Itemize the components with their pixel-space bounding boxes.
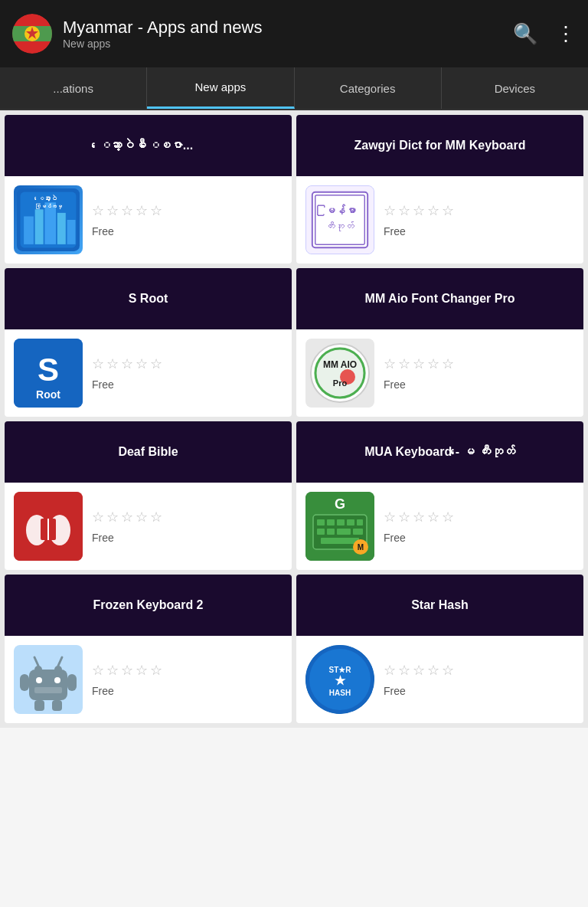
rating-stars: ☆ ☆ ☆ ☆ ☆ [384, 509, 454, 526]
rating-stars: ☆ ☆ ☆ ☆ ☆ [384, 355, 454, 372]
list-item[interactable]: Deaf Bible ☆ ☆ ☆ ☆ [5, 421, 292, 570]
svg-rect-43 [353, 529, 363, 535]
svg-text:★: ★ [335, 674, 346, 687]
svg-rect-40 [317, 529, 325, 535]
app-icon [14, 645, 83, 714]
svg-rect-35 [317, 519, 325, 526]
svg-rect-44 [321, 538, 359, 544]
app-title: ေဆာ့ဝဲမီ ေၿဇာ... [103, 138, 193, 154]
app-card-body: MM AIO Pro ☆ ☆ ☆ ☆ ☆ Free [296, 329, 583, 417]
svg-point-53 [54, 677, 60, 683]
app-card-header: S Root [5, 268, 292, 329]
app-icon: ST★R ★ HASH [305, 645, 374, 714]
app-card-body: မြန်မာ ကီးဘုတ် ☆ ☆ ☆ ☆ ☆ Free [296, 176, 583, 264]
app-title: S Root [129, 291, 168, 307]
app-price: Free [384, 685, 454, 697]
svg-text:ST★R: ST★R [329, 666, 352, 674]
app-price: Free [384, 225, 454, 237]
svg-rect-37 [337, 519, 345, 526]
tab-new-apps[interactable]: New apps [147, 67, 294, 109]
app-price: Free [384, 532, 454, 544]
star-2: ☆ [106, 202, 119, 219]
star-5: ☆ [150, 202, 162, 219]
svg-text:S: S [38, 352, 59, 388]
app-icon [14, 492, 83, 561]
app-info: ☆ ☆ ☆ ☆ ☆ Free [384, 662, 454, 697]
svg-text:Root: Root [36, 388, 60, 401]
svg-rect-39 [357, 519, 363, 526]
app-price: Free [92, 532, 162, 544]
app-title: Zawgyi Dict for MM Keyboard [354, 138, 525, 154]
header-title: Myanmar - Apps and news [63, 18, 262, 38]
app-card-body: ☆ ☆ ☆ ☆ ☆ Free [5, 483, 292, 570]
app-card-body: ☆ ☆ ☆ ☆ ☆ Free [5, 636, 292, 723]
svg-text:HASH: HASH [329, 689, 351, 697]
rating-stars: ☆ ☆ ☆ ☆ ☆ [384, 202, 454, 219]
svg-text:MM AIO: MM AIO [323, 359, 357, 370]
rating-stars: ☆ ☆ ☆ ☆ ☆ [92, 509, 162, 526]
search-icon[interactable]: 🔍 [513, 22, 537, 46]
svg-rect-7 [35, 209, 44, 244]
rating-stars: ☆ ☆ ☆ ☆ ☆ [92, 202, 162, 219]
app-icon: ေဆာ့ဝဲ ၿမြပ်ကမ္ [14, 185, 83, 254]
rating-stars: ☆ ☆ ☆ ☆ ☆ [92, 355, 162, 372]
app-info: ☆ ☆ ☆ ☆ ☆ Free [92, 202, 162, 237]
app-info: ☆ ☆ ☆ ☆ ☆ Free [92, 662, 162, 697]
svg-rect-41 [327, 529, 335, 535]
list-item[interactable]: Frozen Keyboard 2 [5, 575, 292, 723]
star-1: ☆ [92, 202, 104, 219]
app-grid: ေဆာ့ဝဲမီ ေၿဇာ... ေဆာ့ဝဲ ၿမြပ်ကမ္ [0, 110, 588, 728]
app-title: Deaf Bible [118, 444, 178, 460]
app-card-header: Star Hash [296, 575, 583, 636]
svg-rect-38 [347, 519, 354, 526]
tab-categories[interactable]: Categories [295, 67, 442, 109]
svg-text:ကီးဘုတ်: ကီးဘုတ် [325, 221, 354, 231]
svg-text:ၿမြပ်ကမ္: ၿမြပ်ကမ္ [35, 203, 62, 210]
app-price: Free [384, 378, 454, 391]
svg-point-23 [314, 347, 366, 399]
app-card-body: ST★R ★ HASH ☆ ☆ ☆ ☆ ☆ Free [296, 636, 583, 723]
rating-stars: ☆ ☆ ☆ ☆ ☆ [384, 662, 454, 679]
svg-point-52 [36, 677, 42, 683]
list-item[interactable]: Star Hash ST★R ★ HASH ☆ ☆ ☆ ☆ ☆ [296, 575, 583, 723]
svg-text:G: G [335, 496, 345, 512]
app-header: Myanmar - Apps and news New apps 🔍 ⋮ [0, 0, 588, 67]
navigation-tabs: ...ations New apps Categories Devices [0, 67, 588, 110]
app-info: ☆ ☆ ☆ ☆ ☆ Free [92, 509, 162, 544]
app-info: ☆ ☆ ☆ ☆ ☆ Free [384, 202, 454, 237]
tab-applications[interactable]: ...ations [0, 67, 147, 109]
app-icon: S Root [14, 339, 83, 408]
list-item[interactable]: ေဆာ့ဝဲမီ ေၿဇာ... ေဆာ့ဝဲ ၿမြပ်ကမ္ [5, 115, 292, 264]
list-item[interactable]: Zawgyi Dict for MM Keyboard မြန်မာ ကီးဘု… [296, 115, 583, 264]
app-price: Free [92, 225, 162, 237]
svg-rect-10 [67, 220, 76, 244]
app-card-body: S Root ☆ ☆ ☆ ☆ ☆ Free [5, 329, 292, 417]
app-title: MUA Keyboard - မေ ကီးဘုတ် [364, 444, 515, 460]
svg-rect-49 [29, 670, 67, 700]
app-card-header: Frozen Keyboard 2 [5, 575, 292, 636]
svg-rect-9 [57, 213, 66, 244]
tab-devices[interactable]: Devices [442, 67, 588, 109]
app-card-header: ေဆာ့ဝဲမီ ေၿဇာ... [5, 115, 292, 176]
app-card-header: MM Aio Font Changer Pro [296, 268, 583, 329]
svg-rect-58 [67, 674, 77, 691]
app-card-header: Deaf Bible [5, 421, 292, 483]
app-price: Free [92, 378, 162, 391]
header-left: Myanmar - Apps and news New apps [12, 14, 262, 54]
svg-rect-14 [312, 192, 368, 247]
list-item[interactable]: MUA Keyboard - မေ ကီးဘုတ် [296, 421, 583, 570]
app-title: Star Hash [411, 598, 469, 614]
app-info: ☆ ☆ ☆ ☆ ☆ Free [92, 355, 162, 391]
more-options-icon[interactable]: ⋮ [556, 22, 576, 46]
svg-rect-36 [327, 519, 335, 526]
list-item[interactable]: S Root S Root ☆ ☆ ☆ ☆ ☆ Free [5, 268, 292, 417]
star-3: ☆ [121, 202, 133, 219]
app-info: ☆ ☆ ☆ ☆ ☆ Free [384, 509, 454, 544]
app-info: ☆ ☆ ☆ ☆ ☆ Free [384, 355, 454, 391]
header-text: Myanmar - Apps and news New apps [63, 18, 262, 50]
list-item[interactable]: MM Aio Font Changer Pro MM AIO Pro [296, 268, 583, 417]
app-icon: G M [305, 492, 374, 561]
svg-rect-54 [34, 687, 62, 693]
app-card-body: ေဆာ့ဝဲ ၿမြပ်ကမ္ ☆ ☆ ☆ ☆ ☆ Free [5, 176, 292, 264]
app-title: Frozen Keyboard 2 [93, 598, 203, 614]
